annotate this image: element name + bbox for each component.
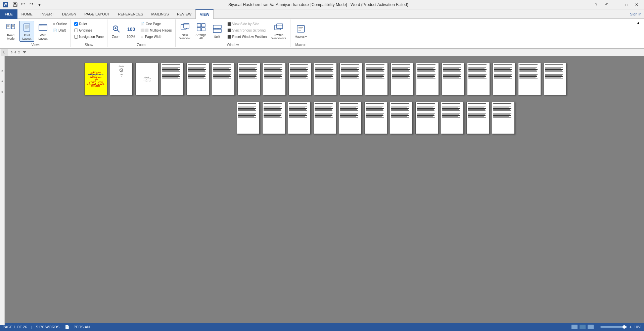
zoom-slider[interactable] <box>600 326 627 328</box>
macros-group-content: Macros ▾ <box>292 20 309 42</box>
page-thumb-17[interactable] <box>493 63 515 95</box>
ribbon-group-window: NewWindow ArrangeAll Split ⬛ View Side b… <box>176 19 291 47</box>
zoom-increase-button[interactable]: + <box>629 324 632 330</box>
page-thumb-3[interactable]: پیام هدفکننده این استتربیت‌پذیر است <box>135 63 158 95</box>
tab-design[interactable]: DESIGN <box>58 9 80 19</box>
reset-window-button[interactable]: ⬛ Reset Window Position <box>226 34 268 40</box>
page-thumb-4[interactable] <box>161 63 184 95</box>
view-side-by-side-button[interactable]: ⬛ View Side by Side <box>226 21 268 27</box>
page-thumb-14[interactable] <box>416 63 439 95</box>
tab-view[interactable]: VIEW <box>195 9 214 19</box>
page-thumb-26-c[interactable] <box>441 102 464 134</box>
navigation-pane-checkbox[interactable] <box>74 35 78 39</box>
macros-button[interactable]: Macros ▾ <box>292 21 309 42</box>
page-thumb-11[interactable] <box>339 63 362 95</box>
page-thumb-6[interactable] <box>212 63 235 95</box>
sync-scrolling-button[interactable]: ⬛ Synchronous Scrolling <box>226 27 268 33</box>
minimize-button[interactable]: ─ <box>612 1 621 8</box>
show-col: Ruler Gridlines Navigation Pane <box>73 21 105 40</box>
switch-windows-button[interactable]: SwitchWindows ▾ <box>269 21 288 42</box>
show-group-label: Show <box>85 42 93 47</box>
page-lines-26d <box>467 102 489 121</box>
page-thumb-1[interactable]: تحقیق آنلاینTehighqonline.irمرجع دانلود.… <box>84 63 107 95</box>
page2-title: بسمه <box>119 64 124 67</box>
macros-label: Macros ▾ <box>294 35 307 38</box>
collapse-ribbon-button[interactable]: ▲ <box>635 19 641 26</box>
page-thumb-12[interactable] <box>365 63 388 95</box>
zoom-100-button[interactable]: 100 100% <box>124 21 138 42</box>
title-bar: W ▾ Siyasat-Hastehee-Iran-Va-Amniyan-Ira… <box>0 0 644 9</box>
ruler-corner-label: L <box>3 51 5 54</box>
tab-mailings[interactable]: MAILINGS <box>147 9 173 19</box>
tab-insert[interactable]: INSERT <box>37 9 58 19</box>
zoom-thumb <box>623 325 626 329</box>
gridlines-checkbox[interactable] <box>74 29 78 32</box>
restore-button[interactable]: 🗗 <box>602 1 611 8</box>
help-button[interactable]: ? <box>592 1 601 8</box>
gridlines-checkbox-label[interactable]: Gridlines <box>73 27 105 33</box>
page-thumb-13[interactable] <box>390 63 413 95</box>
page-thumb-9[interactable] <box>288 63 311 95</box>
print-layout-button[interactable]: PrintLayout <box>19 21 34 42</box>
web-layout-button[interactable]: WebLayout <box>36 21 50 42</box>
window-small-col: ⬛ View Side by Side ⬛ Synchronous Scroll… <box>226 21 268 40</box>
outline-button[interactable]: ≡ Outline <box>52 21 68 27</box>
page-thumb-20[interactable] <box>237 102 260 134</box>
ruler-checkbox-label[interactable]: Ruler <box>73 21 105 27</box>
ruler-checkbox[interactable] <box>74 22 78 26</box>
read-mode-button[interactable]: ReadMode <box>3 21 18 42</box>
multiple-pages-button[interactable]: ⬜⬜ Multiple Pages <box>139 27 173 33</box>
svg-point-20 <box>42 25 42 26</box>
multiple-pages-label: Multiple Pages <box>150 29 172 32</box>
ruler-mark-2: 2 <box>18 51 20 54</box>
arrange-all-label: ArrangeAll <box>196 33 206 40</box>
page-thumb-19[interactable] <box>544 63 566 95</box>
ruler-marker <box>22 50 27 55</box>
zoom-decrease-button[interactable]: − <box>596 324 598 330</box>
view-normal-icon[interactable] <box>571 325 578 329</box>
maximize-button[interactable]: □ <box>622 1 631 8</box>
page-thumb-8[interactable] <box>263 63 286 95</box>
page-thumb-26-a[interactable] <box>390 102 413 134</box>
page-thumb-10[interactable] <box>314 63 337 95</box>
view-web-icon[interactable] <box>588 325 594 329</box>
arrange-all-button[interactable]: ArrangeAll <box>194 21 209 42</box>
page-thumb-18[interactable] <box>518 63 541 95</box>
page-thumb-26-e[interactable] <box>492 102 515 134</box>
new-window-icon <box>180 22 190 33</box>
close-button[interactable]: ✕ <box>632 1 641 8</box>
page-lines-18 <box>518 63 541 82</box>
page-thumb-7[interactable] <box>237 63 260 95</box>
tab-review[interactable]: REVIEW <box>173 9 195 19</box>
redo-button[interactable] <box>28 1 35 8</box>
page-thumb-2[interactable]: بسمه ⚙ لطفم <box>110 63 133 95</box>
save-button[interactable] <box>11 1 19 8</box>
view-reader-icon[interactable] <box>580 325 586 329</box>
page-thumb-23[interactable] <box>313 102 336 134</box>
one-page-button[interactable]: 📄 One Page <box>139 21 173 27</box>
page-thumb-22[interactable] <box>288 102 311 134</box>
page-width-button[interactable]: ↔ Page Width <box>139 34 173 40</box>
tab-file[interactable]: FILE <box>0 9 17 19</box>
new-window-button[interactable]: NewWindow <box>178 21 192 42</box>
page-thumb-24[interactable] <box>339 102 362 134</box>
zoom-button[interactable]: Zoom <box>109 21 123 42</box>
tab-page-layout[interactable]: PAGE LAYOUT <box>80 9 114 19</box>
draft-button[interactable]: 📄 Draft <box>52 27 68 33</box>
page-thumb-25[interactable] <box>364 102 387 134</box>
split-button[interactable]: Split <box>210 21 225 42</box>
tab-references[interactable]: REFERENCES <box>114 9 147 19</box>
undo-button[interactable] <box>19 1 27 8</box>
page-thumb-26-d[interactable] <box>466 102 489 134</box>
customize-qat-button[interactable]: ▾ <box>36 1 43 8</box>
page-thumb-5[interactable] <box>186 63 209 95</box>
page-thumb-26-b[interactable] <box>415 102 438 134</box>
outline-icon: ≡ <box>53 22 55 26</box>
tab-home[interactable]: HOME <box>17 9 37 19</box>
page-thumb-16[interactable] <box>467 63 490 95</box>
page-thumb-15[interactable] <box>442 63 464 95</box>
navigation-pane-checkbox-label[interactable]: Navigation Pane <box>73 34 105 40</box>
sign-in-link[interactable]: Sign in <box>630 12 641 16</box>
split-label: Split <box>214 35 220 38</box>
page-thumb-21[interactable] <box>262 102 285 134</box>
